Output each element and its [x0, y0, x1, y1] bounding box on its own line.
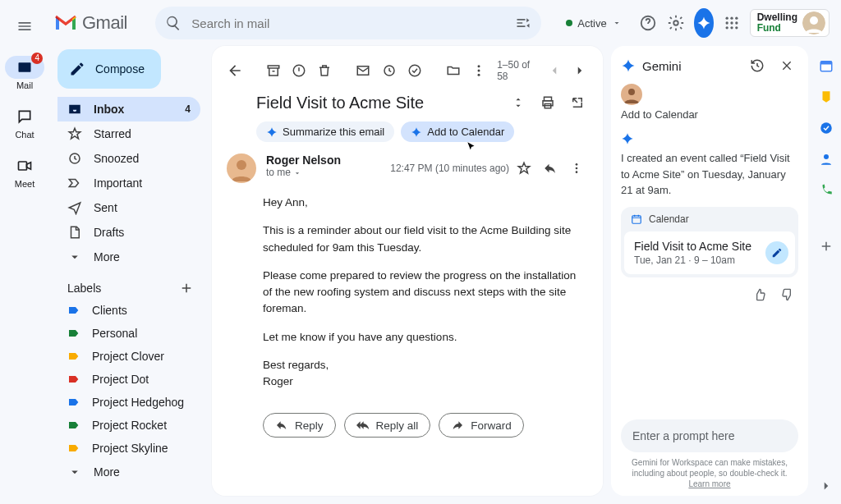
reply-all-button[interactable]: Reply all [344, 413, 431, 438]
label-item[interactable]: Project Dot [57, 368, 205, 391]
label-name: Clients [92, 304, 127, 317]
expand-button[interactable] [508, 92, 529, 113]
side-panel-toggle[interactable] [816, 476, 836, 496]
rail-mail[interactable]: 4 Mail [5, 56, 44, 90]
gemini-button[interactable] [694, 8, 714, 38]
label-item[interactable]: Project Hedgehog [57, 391, 205, 414]
add-label-button[interactable] [179, 281, 194, 296]
search-options-icon[interactable] [515, 15, 531, 31]
pencil-icon [771, 247, 783, 259]
to-line[interactable]: to me [266, 167, 380, 178]
status-chip[interactable]: Active [558, 14, 629, 33]
print-button[interactable] [537, 92, 558, 113]
label-name: Project Rocket [92, 419, 167, 432]
label-name: Project Hedgehog [92, 396, 184, 409]
nav-important-label: Important [94, 176, 142, 190]
rail-mail-label: Mail [5, 80, 44, 90]
gmail-logo[interactable]: Gmail [54, 12, 147, 34]
rail-calendar[interactable] [818, 57, 834, 74]
archive-button[interactable] [262, 57, 284, 85]
svg-point-2 [673, 21, 678, 25]
label-icon [67, 350, 80, 363]
label-item[interactable]: Project Clover [57, 345, 205, 368]
nav-drafts[interactable]: Drafts [57, 220, 200, 245]
mark-unread-button[interactable] [352, 57, 375, 85]
snooze-button[interactable] [378, 57, 400, 85]
gemini-history-button[interactable] [746, 54, 769, 77]
rail-tasks[interactable] [818, 120, 834, 136]
nav-inbox[interactable]: Inbox 4 [57, 97, 200, 121]
settings-button[interactable] [666, 8, 686, 38]
nav-more[interactable]: More [57, 245, 200, 269]
rail-contacts[interactable] [818, 151, 834, 167]
header: Gmail Active Dwelling Fund [49, 0, 841, 46]
chat-icon [5, 105, 44, 128]
body-p6: Roger [263, 373, 586, 390]
thumbs-up-button[interactable] [749, 284, 770, 305]
svg-point-8 [735, 21, 738, 24]
labels-more[interactable]: More [57, 460, 200, 484]
event-edit-button[interactable] [765, 241, 788, 264]
label-name: Personal [92, 327, 137, 340]
more-email-button[interactable] [565, 157, 588, 180]
reply-all-icon [356, 419, 370, 432]
search-input[interactable] [190, 16, 507, 31]
rail-chat-label: Chat [5, 130, 44, 140]
add-task-button[interactable] [403, 57, 425, 85]
prev-page-button[interactable] [543, 57, 565, 85]
more-actions-button[interactable] [468, 57, 490, 85]
thumbs-down-button[interactable] [777, 284, 798, 305]
nav-starred[interactable]: Starred [57, 121, 200, 146]
nav-important[interactable]: Important [57, 171, 200, 195]
rail-keep[interactable] [818, 89, 834, 105]
back-button[interactable] [223, 57, 246, 85]
reply-button[interactable]: Reply [263, 413, 336, 438]
nav-sent[interactable]: Sent [57, 195, 200, 220]
avatar [802, 11, 825, 34]
label-item[interactable]: Personal [57, 322, 205, 345]
label-icon [67, 327, 80, 340]
delete-button[interactable] [314, 57, 336, 85]
rail-meet-label: Meet [5, 179, 44, 189]
app-rail: 4 Mail Chat Meet [0, 0, 49, 504]
nav-inbox-label: Inbox [94, 103, 124, 116]
chip-add-calendar[interactable]: Add to Calendar [401, 121, 514, 142]
chip-summarize[interactable]: Summarize this email [256, 121, 394, 142]
gemini-close-button[interactable] [775, 54, 798, 77]
apps-button[interactable] [722, 8, 742, 38]
move-button[interactable] [442, 57, 464, 85]
search-bar[interactable] [155, 7, 541, 39]
spam-button[interactable] [287, 57, 310, 85]
learn-more-link[interactable]: Learn more [688, 479, 730, 488]
gemini-prompt-input[interactable]: Enter a prompt here [621, 419, 798, 452]
email-timestamp: 12:47 PM (10 minutes ago) [390, 163, 509, 174]
gemini-user-prompt: Add to Calendar [621, 108, 798, 121]
label-item[interactable]: Project Skyline [57, 437, 205, 460]
open-window-button[interactable] [567, 92, 588, 113]
rail-chat[interactable]: Chat [5, 105, 44, 140]
rail-meet[interactable]: Meet [5, 154, 44, 189]
status-dot-icon [566, 20, 572, 26]
label-item[interactable]: Project Rocket [57, 414, 205, 437]
rail-voice[interactable] [818, 182, 834, 199]
label-name: Project Skyline [92, 442, 168, 455]
forward-button[interactable]: Forward [439, 413, 524, 438]
nav-snoozed[interactable]: Snoozed [57, 146, 200, 171]
next-page-button[interactable] [568, 57, 591, 85]
star-email-button[interactable] [512, 157, 535, 180]
svg-point-4 [730, 17, 733, 20]
clock-icon [67, 151, 82, 166]
body-p4: Let me know if you have any questions. [263, 329, 586, 346]
reply-icon-button[interactable] [539, 157, 562, 180]
compose-button[interactable]: Compose [57, 49, 161, 89]
label-icon [67, 419, 80, 432]
org-account[interactable]: Dwelling Fund [750, 9, 830, 37]
main-menu-button[interactable] [10, 11, 39, 41]
chevron-down-icon [293, 169, 301, 177]
label-item[interactable]: Clients [57, 299, 205, 322]
support-button[interactable] [638, 8, 658, 38]
event-card-body[interactable]: Field Visit to Acme Site Tue, Jan 21 · 9… [624, 231, 795, 274]
sparkle-icon [621, 132, 634, 145]
rail-add[interactable] [818, 238, 834, 254]
sidebar: Compose Inbox 4 Starred Snoozed Importan… [49, 46, 205, 504]
